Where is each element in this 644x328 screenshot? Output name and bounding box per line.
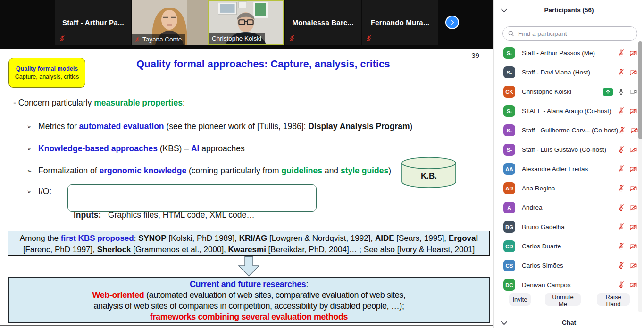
camera-off-icon [629,223,637,231]
panel-actions: Invite Unmute Me Raise Hand [494,293,644,306]
camera-off-icon [629,281,637,289]
avatar: CS [503,260,515,271]
video-name-label: Christophe Kolski [209,33,265,44]
participants-header: Participants (56) [494,5,644,18]
chat-header: Chat [494,316,644,328]
participant-row[interactable]: S- Staff - Guilherme Carv... (Co-host) [494,121,644,140]
unmute-me-button[interactable]: Unmute Me [545,293,581,306]
arrow-bullet-icon: ➢ [27,189,32,195]
mic-off-icon [617,281,625,289]
video-tile-fernando[interactable]: Fernando Mura... [362,0,438,45]
zoom-meeting-window: Staff - Arthur Pa... [0,0,644,328]
mic-on-icon [617,88,625,96]
arrow-bullet-icon: ➢ [27,123,32,130]
mic-off-icon [618,126,626,134]
io-inputs-line: Inputs: Graphics files, HTML code, XML c… [74,209,316,221]
video-tile-monalessa[interactable]: Monalessa Barc... [285,0,361,45]
mic-off-icon [617,146,625,154]
invite-button[interactable]: Invite [509,293,531,306]
video-name-label: Tayana Conte [132,34,185,45]
camera-off-icon [630,126,638,134]
avatar: CD [503,240,515,252]
camera-off-icon [629,262,637,270]
participants-panel: Participants (56) S- Staff - Arthur Pass… [493,0,644,328]
participant-row[interactable]: BG Bruno Gadelha [494,217,644,237]
camera-off-icon [629,165,637,173]
arrow-bullet-icon: ➢ [27,168,32,174]
participant-row[interactable]: A Andrea [494,198,644,217]
avatar: BG [503,221,515,233]
screen-share-icon [603,88,613,96]
next-videos-button[interactable] [445,16,459,29]
video-strip: Staff - Arthur Pa... [0,0,493,49]
participant-row-sharing[interactable]: CK Christophe Kolski [494,82,644,101]
search-input[interactable] [517,30,632,38]
slide-bullet-kbs: ➢Knowledge-based approaches (KBS) – AI a… [27,144,245,154]
kbs-history-box: Among the first KBS proposed: SYNOP [Kol… [8,231,490,256]
camera-off-icon [629,107,637,115]
participant-search[interactable] [502,26,637,41]
avatar: S- [503,144,515,156]
mic-off-icon [59,35,66,41]
mic-off-icon [617,184,625,192]
down-arrow-shape [238,256,259,277]
slide-title: Quality formal approaches: Capture, anal… [66,58,460,70]
participant-list: S- Staff - Arthur Passos (Me) S- Staff -… [494,43,644,295]
search-icon [508,30,514,37]
mic-off-icon [617,242,625,250]
future-research-box: Current and future researches: Web-orien… [8,277,490,323]
future-line-3: analysis of web sites of companies in co… [9,301,489,312]
tile-name: Monalessa Barc... [292,18,353,26]
raise-hand-button[interactable]: Raise Hand [597,293,630,306]
avatar: S- [503,47,515,59]
mic-off-icon [617,49,625,57]
participant-row[interactable]: S- STAFF - Alana Araujo (Co-host) [494,101,644,121]
mic-off-icon [617,165,625,173]
arrow-bullet-icon: ➢ [27,146,32,152]
avatar: S- [503,105,515,117]
participant-row[interactable]: CS Carlos Simões [494,256,644,275]
participant-row[interactable]: AA Alexandre Adler Freitas [494,159,644,179]
mic-off-icon [366,35,372,41]
slide-bullet-io: ➢I/O: [27,187,51,197]
avatar: DC [503,279,515,291]
video-tile-arthur[interactable]: Staff - Arthur Pa... [55,0,131,45]
video-tile-tayana[interactable]: Tayana Conte [132,0,208,45]
participant-row[interactable]: S- Staff - Arthur Passos (Me) [494,43,644,63]
camera-off-icon [629,204,637,212]
shared-slide: 39 Quality formal models Capture, analys… [0,49,493,328]
video-tile-christophe[interactable]: Christophe Kolski [208,0,284,45]
camera-off-icon [629,184,637,192]
future-line-1: Current and future researches: [9,279,489,290]
mic-off-icon [617,223,625,231]
mic-off-icon [289,35,295,41]
participant-row[interactable]: DC Denivan Campos [494,275,644,295]
panel-divider [494,312,644,312]
slide-page-number: 39 [465,51,486,59]
slide-bullet-metrics: ➢Metrics for automated evaluation (see t… [27,122,412,131]
avatar: S- [503,66,515,78]
avatar: AR [503,182,515,194]
avatar: S- [503,124,515,136]
mic-off-icon [617,204,625,212]
participant-row[interactable]: S- Staff - Davi Viana (Host) [494,63,644,82]
slide-bullet-formalization: ➢Formalization of ergonomic knowledge (c… [27,166,391,176]
participant-row[interactable]: S- Staff - Luís Gustavo (Co-host) [494,140,644,159]
avatar: CK [503,86,515,98]
slide-bottom-edge [0,325,493,326]
mic-off-icon [134,37,140,42]
future-line-2: Web-oriented (automated evaluation of we… [9,290,489,301]
chat-title: Chat [494,319,644,326]
participant-row[interactable]: AR Ana Regina [494,179,644,198]
participant-row[interactable]: CD Carlos Duarte [494,237,644,256]
slide-intro-line: - Concern particularly measurable proper… [13,98,185,108]
io-box: Inputs: Graphics files, HTML code, XML c… [67,184,317,212]
camera-off-icon [629,68,637,76]
avatar: AA [503,163,515,175]
mic-off-icon [617,262,625,270]
camera-off-icon [629,146,637,154]
camera-off-icon [629,49,637,57]
camera-off-icon [629,242,637,250]
scrollbar-thumb[interactable] [638,41,642,139]
camera-on-icon [629,88,637,96]
